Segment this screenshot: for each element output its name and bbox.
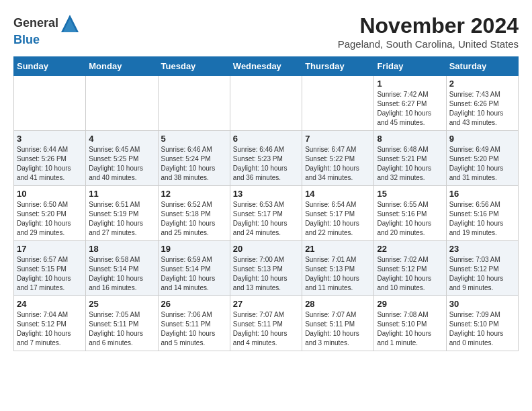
day-info: Sunrise: 7:04 AM Sunset: 5:12 PM Dayligh… — [17, 310, 83, 348]
calendar-cell — [230, 76, 302, 131]
logo-icon — [60, 13, 80, 34]
day-number: 8 — [377, 134, 443, 144]
day-number: 12 — [161, 189, 227, 199]
day-number: 20 — [233, 244, 299, 254]
day-number: 6 — [233, 134, 299, 144]
calendar-cell — [158, 76, 230, 131]
calendar-cell: 5Sunrise: 6:46 AM Sunset: 5:24 PM Daylig… — [158, 131, 230, 186]
day-number: 17 — [17, 244, 83, 254]
weekday-header-sunday: Sunday — [14, 57, 86, 76]
page-header: General Blue November 2024 Pageland, Sou… — [13, 13, 519, 50]
weekday-header-wednesday: Wednesday — [230, 57, 302, 76]
day-number: 13 — [233, 189, 299, 199]
calendar-cell: 14Sunrise: 6:54 AM Sunset: 5:17 PM Dayli… — [302, 186, 374, 241]
calendar-cell: 9Sunrise: 6:49 AM Sunset: 5:20 PM Daylig… — [446, 131, 518, 186]
calendar-cell: 30Sunrise: 7:09 AM Sunset: 5:10 PM Dayli… — [446, 296, 518, 351]
logo-blue: Blue — [13, 33, 40, 46]
calendar-cell: 8Sunrise: 6:48 AM Sunset: 5:21 PM Daylig… — [374, 131, 446, 186]
day-number: 30 — [449, 299, 515, 309]
day-info: Sunrise: 6:59 AM Sunset: 5:14 PM Dayligh… — [161, 255, 227, 293]
calendar-table: SundayMondayTuesdayWednesdayThursdayFrid… — [13, 56, 519, 351]
logo: General Blue — [13, 13, 80, 47]
calendar-cell: 7Sunrise: 6:47 AM Sunset: 5:22 PM Daylig… — [302, 131, 374, 186]
day-info: Sunrise: 6:56 AM Sunset: 5:16 PM Dayligh… — [449, 200, 515, 238]
day-info: Sunrise: 6:52 AM Sunset: 5:18 PM Dayligh… — [161, 200, 227, 238]
calendar-week-2: 3Sunrise: 6:44 AM Sunset: 5:26 PM Daylig… — [14, 131, 519, 186]
calendar-cell: 10Sunrise: 6:50 AM Sunset: 5:20 PM Dayli… — [14, 186, 86, 241]
calendar-cell — [14, 76, 86, 131]
calendar-cell: 28Sunrise: 7:07 AM Sunset: 5:11 PM Dayli… — [302, 296, 374, 351]
day-info: Sunrise: 7:05 AM Sunset: 5:11 PM Dayligh… — [89, 310, 154, 348]
day-number: 4 — [89, 134, 154, 144]
day-info: Sunrise: 7:43 AM Sunset: 6:26 PM Dayligh… — [449, 90, 515, 128]
day-info: Sunrise: 6:46 AM Sunset: 5:23 PM Dayligh… — [233, 145, 299, 183]
day-info: Sunrise: 7:08 AM Sunset: 5:10 PM Dayligh… — [377, 310, 443, 348]
calendar-week-3: 10Sunrise: 6:50 AM Sunset: 5:20 PM Dayli… — [14, 186, 519, 241]
calendar-cell: 27Sunrise: 7:07 AM Sunset: 5:11 PM Dayli… — [230, 296, 302, 351]
day-info: Sunrise: 6:51 AM Sunset: 5:19 PM Dayligh… — [89, 200, 154, 238]
day-info: Sunrise: 6:45 AM Sunset: 5:25 PM Dayligh… — [89, 145, 154, 183]
day-number: 15 — [377, 189, 443, 199]
day-info: Sunrise: 7:09 AM Sunset: 5:10 PM Dayligh… — [449, 310, 515, 348]
logo-general: General — [13, 16, 58, 30]
day-number: 29 — [377, 299, 443, 309]
day-number: 21 — [305, 244, 371, 254]
weekday-header-monday: Monday — [86, 57, 158, 76]
day-number: 11 — [89, 189, 154, 199]
day-number: 14 — [305, 189, 371, 199]
day-number: 18 — [89, 244, 154, 254]
day-info: Sunrise: 7:01 AM Sunset: 5:13 PM Dayligh… — [305, 255, 371, 293]
calendar-cell — [86, 76, 158, 131]
calendar-cell: 24Sunrise: 7:04 AM Sunset: 5:12 PM Dayli… — [14, 296, 86, 351]
main-title: November 2024 — [338, 13, 519, 38]
calendar-cell: 29Sunrise: 7:08 AM Sunset: 5:10 PM Dayli… — [374, 296, 446, 351]
calendar-cell: 25Sunrise: 7:05 AM Sunset: 5:11 PM Dayli… — [86, 296, 158, 351]
weekday-header-tuesday: Tuesday — [158, 57, 230, 76]
day-number: 7 — [305, 134, 371, 144]
day-info: Sunrise: 6:55 AM Sunset: 5:16 PM Dayligh… — [377, 200, 443, 238]
weekday-header-thursday: Thursday — [302, 57, 374, 76]
calendar-cell: 4Sunrise: 6:45 AM Sunset: 5:25 PM Daylig… — [86, 131, 158, 186]
day-number: 16 — [449, 189, 515, 199]
logo-text: General Blue — [13, 13, 80, 47]
calendar-cell: 23Sunrise: 7:03 AM Sunset: 5:12 PM Dayli… — [446, 241, 518, 296]
day-info: Sunrise: 7:00 AM Sunset: 5:13 PM Dayligh… — [233, 255, 299, 293]
calendar-cell: 2Sunrise: 7:43 AM Sunset: 6:26 PM Daylig… — [446, 76, 518, 131]
day-info: Sunrise: 6:54 AM Sunset: 5:17 PM Dayligh… — [305, 200, 371, 238]
calendar-week-5: 24Sunrise: 7:04 AM Sunset: 5:12 PM Dayli… — [14, 296, 519, 351]
day-info: Sunrise: 6:44 AM Sunset: 5:26 PM Dayligh… — [17, 145, 83, 183]
day-number: 22 — [377, 244, 443, 254]
day-info: Sunrise: 7:07 AM Sunset: 5:11 PM Dayligh… — [233, 310, 299, 348]
calendar-week-1: 1Sunrise: 7:42 AM Sunset: 6:27 PM Daylig… — [14, 76, 519, 131]
day-info: Sunrise: 6:57 AM Sunset: 5:15 PM Dayligh… — [17, 255, 83, 293]
day-number: 28 — [305, 299, 371, 309]
day-info: Sunrise: 6:47 AM Sunset: 5:22 PM Dayligh… — [305, 145, 371, 183]
day-info: Sunrise: 7:03 AM Sunset: 5:12 PM Dayligh… — [449, 255, 515, 293]
day-info: Sunrise: 7:06 AM Sunset: 5:11 PM Dayligh… — [161, 310, 227, 348]
calendar-cell — [302, 76, 374, 131]
day-info: Sunrise: 6:50 AM Sunset: 5:20 PM Dayligh… — [17, 200, 83, 238]
day-info: Sunrise: 7:02 AM Sunset: 5:12 PM Dayligh… — [377, 255, 443, 293]
day-info: Sunrise: 6:48 AM Sunset: 5:21 PM Dayligh… — [377, 145, 443, 183]
calendar-cell: 12Sunrise: 6:52 AM Sunset: 5:18 PM Dayli… — [158, 186, 230, 241]
day-info: Sunrise: 6:58 AM Sunset: 5:14 PM Dayligh… — [89, 255, 154, 293]
day-number: 19 — [161, 244, 227, 254]
calendar-week-4: 17Sunrise: 6:57 AM Sunset: 5:15 PM Dayli… — [14, 241, 519, 296]
calendar-cell: 20Sunrise: 7:00 AM Sunset: 5:13 PM Dayli… — [230, 241, 302, 296]
weekday-header-saturday: Saturday — [446, 57, 518, 76]
calendar-cell: 26Sunrise: 7:06 AM Sunset: 5:11 PM Dayli… — [158, 296, 230, 351]
day-number: 10 — [17, 189, 83, 199]
calendar-cell: 21Sunrise: 7:01 AM Sunset: 5:13 PM Dayli… — [302, 241, 374, 296]
day-number: 25 — [89, 299, 154, 309]
calendar-cell: 3Sunrise: 6:44 AM Sunset: 5:26 PM Daylig… — [14, 131, 86, 186]
day-number: 27 — [233, 299, 299, 309]
weekday-header-row: SundayMondayTuesdayWednesdayThursdayFrid… — [14, 57, 519, 76]
calendar-cell: 17Sunrise: 6:57 AM Sunset: 5:15 PM Dayli… — [14, 241, 86, 296]
subtitle: Pageland, South Carolina, United States — [338, 38, 519, 50]
calendar-cell: 19Sunrise: 6:59 AM Sunset: 5:14 PM Dayli… — [158, 241, 230, 296]
calendar-cell: 1Sunrise: 7:42 AM Sunset: 6:27 PM Daylig… — [374, 76, 446, 131]
day-info: Sunrise: 6:53 AM Sunset: 5:17 PM Dayligh… — [233, 200, 299, 238]
title-area: November 2024 Pageland, South Carolina, … — [338, 13, 519, 50]
calendar-cell: 11Sunrise: 6:51 AM Sunset: 5:19 PM Dayli… — [86, 186, 158, 241]
calendar-cell: 6Sunrise: 6:46 AM Sunset: 5:23 PM Daylig… — [230, 131, 302, 186]
